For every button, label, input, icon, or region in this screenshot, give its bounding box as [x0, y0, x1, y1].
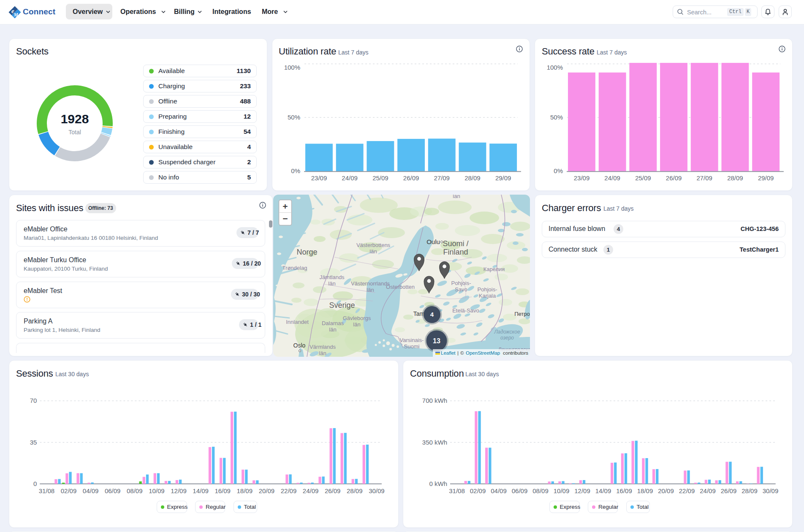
svg-text:28/09: 28/09 [347, 487, 363, 494]
svg-text:0%: 0% [291, 167, 300, 174]
svg-text:län: län [329, 326, 336, 333]
svg-text:|: | [457, 350, 459, 356]
svg-text:10/09: 10/09 [149, 487, 165, 494]
svg-text:Västerbottens: Västerbottens [356, 242, 391, 248]
svg-text:Etelä-Savo: Etelä-Savo [452, 307, 479, 314]
svg-text:29/09: 29/09 [495, 174, 511, 182]
svg-text:10/09: 10/09 [554, 487, 570, 494]
svg-text:08/09: 08/09 [127, 487, 143, 494]
svg-text:Österbotten: Österbotten [386, 284, 415, 290]
svg-text:28/09: 28/09 [727, 174, 743, 182]
svg-text:озеро: озеро [500, 335, 514, 341]
svg-text:23/09: 23/09 [574, 174, 590, 182]
svg-text:06/09: 06/09 [105, 487, 121, 494]
svg-text:50%: 50% [287, 114, 300, 121]
svg-text:28/09: 28/09 [464, 174, 481, 182]
svg-text:70: 70 [30, 397, 37, 404]
svg-text:08/09: 08/09 [532, 487, 549, 494]
svg-text:14/09: 14/09 [595, 487, 611, 494]
svg-text:län: län [369, 248, 377, 255]
svg-text:31/08: 31/08 [39, 487, 55, 494]
svg-text:24/09: 24/09 [342, 174, 358, 182]
svg-text:0%: 0% [554, 167, 563, 174]
svg-text:Trøndelag: Trøndelag [282, 265, 307, 271]
svg-text:Karjala: Karjala [479, 293, 496, 299]
svg-text:Suomi: Suomi [404, 343, 420, 350]
svg-text:20/09: 20/09 [658, 487, 674, 494]
svg-text:35: 35 [30, 439, 37, 446]
svg-text:100%: 100% [547, 64, 563, 71]
svg-text:Sverige: Sverige [329, 301, 355, 309]
svg-text:26/09: 26/09 [325, 487, 341, 494]
svg-text:24/09: 24/09 [303, 487, 319, 494]
svg-text:29/09: 29/09 [758, 174, 774, 182]
svg-text:02/09: 02/09 [61, 487, 77, 494]
svg-text:18/09: 18/09 [637, 487, 653, 494]
svg-text:Värmlands: Värmlands [310, 344, 336, 350]
svg-text:26/09: 26/09 [403, 174, 419, 182]
svg-text:Oslo: Oslo [293, 342, 306, 349]
svg-text:16/09: 16/09 [215, 487, 231, 494]
svg-text:25/09: 25/09 [635, 174, 651, 182]
svg-text:Jämtlands: Jämtlands [319, 274, 345, 280]
svg-text:0: 0 [33, 480, 37, 487]
svg-text:02/09: 02/09 [470, 487, 486, 494]
svg-text:30/09: 30/09 [763, 487, 779, 494]
svg-text:26/09: 26/09 [721, 487, 737, 494]
svg-text:län: län [353, 321, 360, 328]
svg-text:Pohjois-: Pohjois- [478, 286, 497, 293]
svg-text:20/09: 20/09 [259, 487, 275, 494]
svg-text:100%: 100% [284, 64, 300, 71]
svg-text:län: län [367, 287, 374, 293]
svg-text:OpenStreetMap: OpenStreetMap [466, 350, 500, 356]
svg-text:31/08: 31/08 [449, 487, 465, 494]
svg-text:Dalarnas: Dalarnas [322, 320, 344, 326]
svg-text:Norge: Norge [296, 248, 317, 256]
svg-text:Suomi /: Suomi / [443, 239, 468, 248]
svg-text:350 kWh: 350 kWh [422, 439, 447, 446]
svg-text:700 kWh: 700 kWh [422, 397, 447, 404]
svg-text:30/09: 30/09 [369, 487, 385, 494]
svg-text:+: + [282, 201, 288, 211]
svg-text:Savo: Savo [455, 286, 467, 293]
svg-text:Pohjois-: Pohjois- [451, 280, 471, 286]
svg-text:contributors: contributors [503, 350, 528, 356]
svg-text:06/09: 06/09 [512, 487, 528, 494]
svg-text:Västernorrlands: Västernorrlands [351, 280, 390, 287]
svg-text:4: 4 [430, 311, 434, 318]
svg-text:50%: 50% [550, 114, 563, 121]
svg-text:Петроза: Петроза [514, 311, 530, 317]
svg-text:16/09: 16/09 [616, 487, 632, 494]
svg-text:−: − [282, 214, 288, 223]
svg-text:24/09: 24/09 [700, 487, 716, 494]
svg-text:22/09: 22/09 [281, 487, 297, 494]
svg-text:Varsinais-: Varsinais- [400, 337, 424, 343]
svg-text:län: län [453, 195, 460, 199]
svg-text:28/09: 28/09 [742, 487, 758, 494]
svg-text:14/09: 14/09 [193, 487, 209, 494]
svg-text:12/09: 12/09 [171, 487, 187, 494]
svg-text:Gävleborgs: Gävleborgs [343, 315, 371, 321]
svg-text:län: län [328, 280, 335, 287]
svg-text:13: 13 [433, 337, 440, 345]
svg-text:27/09: 27/09 [434, 174, 450, 182]
svg-text:Oulu: Oulu [426, 238, 440, 245]
svg-text:26/09: 26/09 [666, 174, 682, 182]
svg-text:18/09: 18/09 [237, 487, 253, 494]
svg-text:04/09: 04/09 [491, 487, 507, 494]
svg-text:27/09: 27/09 [696, 174, 712, 182]
svg-text:12/09: 12/09 [574, 487, 590, 494]
svg-text:Карелия: Карелия [483, 266, 505, 272]
svg-text:Finland: Finland [443, 248, 468, 256]
svg-text:län: län [319, 350, 326, 356]
svg-text:Leaflet: Leaflet [441, 350, 456, 356]
svg-text:M: M [14, 12, 19, 17]
svg-text:0 kWh: 0 kWh [429, 480, 447, 487]
svg-text:Ладожское: Ладожское [494, 329, 520, 335]
svg-text:22/09: 22/09 [679, 487, 695, 494]
svg-text:23/09: 23/09 [311, 174, 327, 182]
svg-text:25/09: 25/09 [372, 174, 388, 182]
svg-text:04/09: 04/09 [83, 487, 99, 494]
svg-text:©: © [460, 350, 464, 356]
svg-text:Innlandet: Innlandet [286, 319, 309, 325]
